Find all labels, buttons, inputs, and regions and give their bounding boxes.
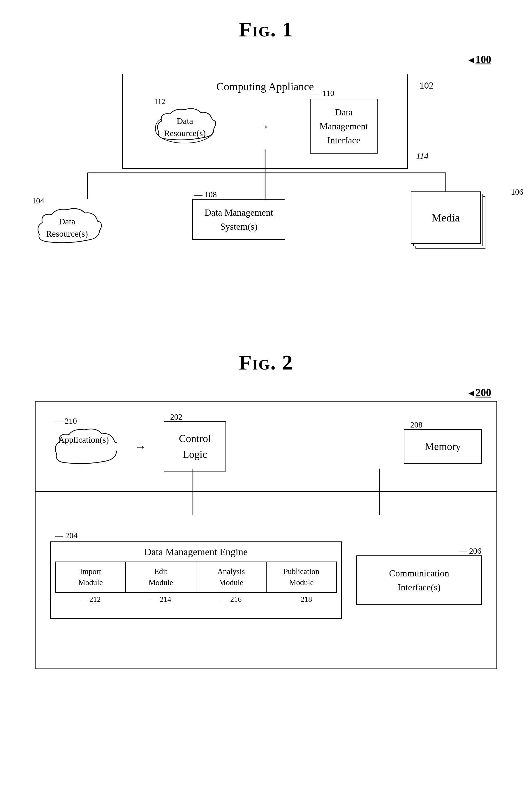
fig2-title: Fig. 2: [23, 350, 509, 375]
ref-206: — 206: [459, 545, 481, 557]
fig2-top-section: — 210 Application(s) → 202 ControlLogic: [36, 402, 496, 492]
media-stack: 106 Media: [410, 190, 491, 254]
analysis-module: AnalysisModule: [196, 562, 267, 592]
data-resource-outer: 104 DataResource(s): [32, 196, 102, 249]
figure-1-section: Fig. 1 100 Computing Appliance 102 112: [23, 18, 509, 316]
applications-cloud: — 210 Application(s): [50, 428, 117, 466]
edit-module: EditModule: [126, 562, 196, 592]
ref-112: 112: [154, 97, 165, 106]
comm-interface-box: — 206 CommunicationInterface(s): [356, 555, 482, 605]
memory-box: 208 Memory: [404, 429, 482, 463]
ref-204: — 204: [55, 531, 77, 540]
ref-106: 106: [511, 187, 523, 197]
control-logic-box: 202 ControlLogic: [164, 421, 226, 472]
module-refs: — 212 — 214 — 216 — 218: [55, 595, 337, 604]
fig1-diagram: 100 Computing Appliance 102 112: [23, 53, 509, 316]
ref-208: 208: [410, 419, 422, 431]
ref-108: — 108: [194, 189, 217, 201]
dme-label: Data Management Engine: [55, 546, 337, 557]
arrow-app-to-cl: →: [135, 440, 146, 453]
main-outer-box: — 210 Application(s) → 202 ControlLogic: [35, 401, 497, 669]
fig2-diagram: 200 — 210 Application(s) →: [23, 386, 509, 678]
dmi-box: — 110 DataManagementInterface: [310, 99, 377, 154]
fig2-bottom-section: — 204 Data Management Engine ImportModul…: [36, 492, 496, 668]
data-resource-inner-cloud: 112 Data Res: [153, 107, 217, 146]
ref-104: 104: [32, 196, 102, 206]
ref-114: 114: [416, 151, 429, 161]
ref-110-slash: — 110: [312, 87, 334, 99]
ref-202: 202: [170, 411, 183, 423]
arrow-to-dmi: →: [258, 119, 269, 133]
modules-container: ImportModule EditModule AnalysisModule P…: [55, 562, 337, 593]
data-resource-inner-label: Data Resource(s): [164, 115, 206, 139]
dme-box: — 204 Data Management Engine ImportModul…: [50, 542, 342, 619]
media-label: Media: [432, 211, 460, 224]
fig1-title: Fig. 1: [23, 18, 509, 42]
computing-appliance-label: Computing Appliance: [132, 80, 399, 93]
data-resource-outer-label: DataResource(s): [46, 215, 88, 240]
ref-200: 200: [467, 386, 491, 399]
figure-2-section: Fig. 2 200 — 210 Application(s): [23, 350, 509, 678]
publication-module: PublicationModule: [267, 562, 336, 592]
dms-box: — 108 Data ManagementSystem(s): [192, 199, 285, 240]
ref-100: 100: [467, 53, 491, 65]
computing-appliance-box: Computing Appliance 102 112: [122, 74, 408, 169]
ref-210: — 210: [55, 416, 77, 426]
applications-label: Application(s): [58, 435, 109, 445]
dmi-label: DataManagementInterface: [319, 105, 368, 147]
ref-102: 102: [420, 80, 434, 91]
import-module: ImportModule: [56, 562, 126, 592]
